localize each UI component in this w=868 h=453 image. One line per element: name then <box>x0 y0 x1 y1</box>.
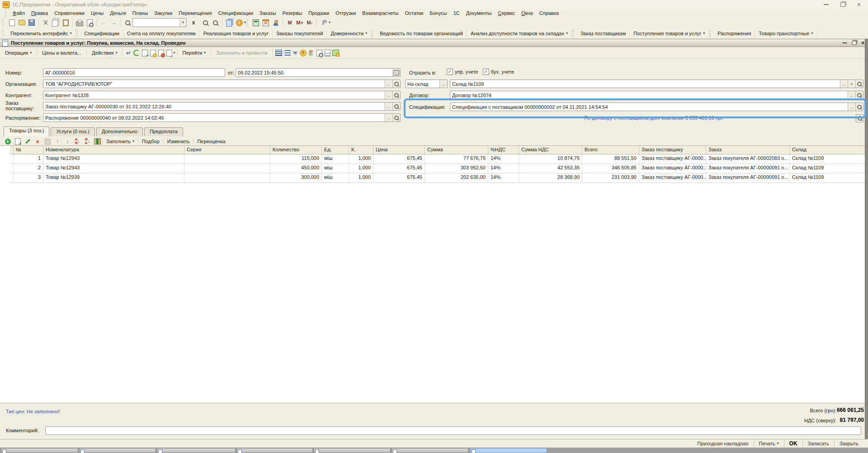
ibar-goods-statement-button[interactable]: Ведомость по товарам организаций <box>376 29 467 37</box>
open-item-button[interactable] <box>392 91 400 99</box>
warehouse-field[interactable]: Склад №1109 ... × <box>450 79 863 88</box>
contract-field[interactable]: Договор №12074 ... <box>450 91 863 99</box>
report-button[interactable] <box>323 49 331 57</box>
open-item-button[interactable] <box>392 80 400 88</box>
open-item-button[interactable] <box>855 91 863 99</box>
cell-series[interactable] <box>184 164 270 173</box>
cut-button[interactable] <box>41 18 51 27</box>
cell-vat-amount[interactable]: 28 368,90 <box>519 173 582 182</box>
select-button[interactable]: ... <box>385 80 392 88</box>
table-row[interactable]: 2 Товар №12943 450,000 міш 1,000 675,45 … <box>10 164 865 173</box>
cell-total[interactable]: 346 505,85 <box>582 164 639 173</box>
forward-button[interactable]: → <box>108 18 118 27</box>
memory-button[interactable]: М <box>285 18 295 27</box>
table-row[interactable]: 3 Товар №12939 300,000 міш 1,000 675,45 … <box>10 173 865 183</box>
table-row[interactable]: 1 Товар №12943 115,000 міш 1,000 675,45 … <box>10 154 865 164</box>
cell-nomenclature[interactable]: Товар №12939 <box>43 173 184 182</box>
copy-row-button[interactable] <box>13 137 23 146</box>
cell-amount[interactable]: 202 635,00 <box>425 173 488 182</box>
ibar-supplier-orders-button[interactable]: Заказ поставщикам <box>577 29 630 37</box>
posting-results-button[interactable]: ДтКт <box>307 49 315 57</box>
memory-plus-button[interactable]: М+ <box>295 18 305 27</box>
cell-supplier-order[interactable]: Заказ поставщику АГ-0000... <box>639 173 706 182</box>
ibar-specifications-button[interactable]: Спецификации <box>81 29 123 37</box>
create-based-on-button[interactable] <box>141 49 149 57</box>
change-button[interactable]: Изменить <box>163 138 193 145</box>
cell-warehouse[interactable]: Склад №1109 <box>790 173 865 182</box>
book-accounting-checkbox[interactable]: ✓ <box>483 69 489 75</box>
delete-row-button[interactable]: × <box>33 137 42 146</box>
menu-1c[interactable]: 1С <box>450 9 463 17</box>
cell-coefficient[interactable]: 1,000 <box>349 173 373 182</box>
menu-help[interactable]: Справка <box>536 9 562 17</box>
cell-vat-rate[interactable]: 14% <box>488 173 519 182</box>
cell-vat-rate[interactable]: 14% <box>488 164 519 173</box>
cell-total[interactable]: 231 003,90 <box>582 173 639 182</box>
filter-button[interactable] <box>291 49 299 57</box>
doc-close-button[interactable]: × <box>861 40 864 46</box>
cell-warehouse[interactable]: Склад №1109 <box>790 164 865 173</box>
chevron-down-icon[interactable]: ▾ <box>244 21 246 24</box>
actions-button[interactable]: Действия▾ <box>89 49 120 57</box>
ibar-customer-orders-button[interactable]: Заказы покупателей <box>273 29 327 37</box>
sort-desc-button[interactable]: ЯА↓ <box>82 137 92 146</box>
close-document-button[interactable]: Закрыть <box>834 440 863 447</box>
ok-button[interactable]: OK <box>784 439 802 448</box>
cell-price[interactable]: 675,45 <box>373 154 425 163</box>
specification-field[interactable]: Спецификация с поставщиком 00000000002 о… <box>450 103 863 111</box>
back-button[interactable]: ← <box>99 18 108 27</box>
cell-order[interactable]: Заказ покупателя АГ-00000091 о... <box>706 164 790 173</box>
menu-orders[interactable]: Заказы <box>256 9 279 17</box>
table-settings-button[interactable] <box>274 49 283 57</box>
chevron-down-icon[interactable]: ▾ <box>173 51 175 55</box>
fill-button[interactable]: Заполнить▾ <box>102 138 138 145</box>
cell-nomenclature[interactable]: Товар №12943 <box>43 154 184 163</box>
calculator-button[interactable] <box>251 18 261 27</box>
pick-button[interactable]: Подбор <box>138 138 163 145</box>
move-up-button[interactable]: ↑ <box>52 137 62 146</box>
doc-minimize-button[interactable] <box>843 42 847 43</box>
menu-bonuses[interactable]: Бонусы <box>427 9 450 17</box>
menu-edit[interactable]: Правка <box>28 9 51 17</box>
menu-documents[interactable]: Документы <box>463 9 495 17</box>
menu-windows[interactable]: Окна <box>518 9 536 17</box>
doc-restore-button[interactable] <box>852 41 857 45</box>
payment-document-button[interactable] <box>149 49 157 57</box>
cell-number[interactable]: 2 <box>14 164 43 173</box>
save-button[interactable] <box>27 18 37 27</box>
cell-coefficient[interactable]: 1,000 <box>349 164 373 173</box>
search-combobox[interactable]: ▾ <box>132 18 187 27</box>
reprice-button[interactable]: Переоценка <box>193 138 229 145</box>
menu-transfers[interactable]: Перемещения <box>175 9 215 17</box>
cell-price[interactable]: 675,45 <box>373 173 425 182</box>
fill-and-post-button[interactable]: Заполнить и провести <box>213 49 270 57</box>
calendar-button[interactable]: 31 <box>261 18 271 27</box>
ibar-waybills-button[interactable]: Товаро-транспортные▾ <box>755 29 817 37</box>
ibar-powers-of-attorney-button[interactable]: Доверенности▾ <box>327 29 371 37</box>
open-item-button[interactable] <box>392 114 400 121</box>
sort-asc-button[interactable]: АЯ↓ <box>72 137 82 146</box>
paste-button[interactable] <box>61 18 71 27</box>
restore-button[interactable] <box>840 2 845 7</box>
window-tab-button[interactable] <box>1 448 78 453</box>
open-item-button[interactable] <box>855 103 863 111</box>
related-documents-button[interactable] <box>331 49 340 57</box>
close-button[interactable]: × <box>857 2 861 7</box>
cell-order[interactable]: Заказ покупателя АГ-00000091 о... <box>706 173 790 182</box>
export-document-button[interactable] <box>165 49 173 57</box>
edit-row-button[interactable] <box>23 137 33 146</box>
cell-total[interactable]: 88 551,50 <box>582 154 639 163</box>
info-button[interactable]: i <box>234 18 244 27</box>
window-tab-button[interactable] <box>392 448 468 453</box>
menu-specifications[interactable]: Спецификации <box>215 9 256 17</box>
cell-vat-amount[interactable]: 10 874,75 <box>519 154 582 163</box>
help-button[interactable]: ? <box>299 49 307 57</box>
warehouse-mode-field[interactable]: На склад ... <box>405 79 448 88</box>
user-monitor-button[interactable] <box>271 18 281 27</box>
tab-additional[interactable]: Дополнительно <box>96 127 143 136</box>
open-button[interactable] <box>17 18 27 27</box>
comment-input[interactable] <box>45 426 861 435</box>
cell-coefficient[interactable]: 1,000 <box>349 154 373 163</box>
save-record-button[interactable]: Записать <box>802 440 834 447</box>
search-button[interactable] <box>123 18 132 27</box>
